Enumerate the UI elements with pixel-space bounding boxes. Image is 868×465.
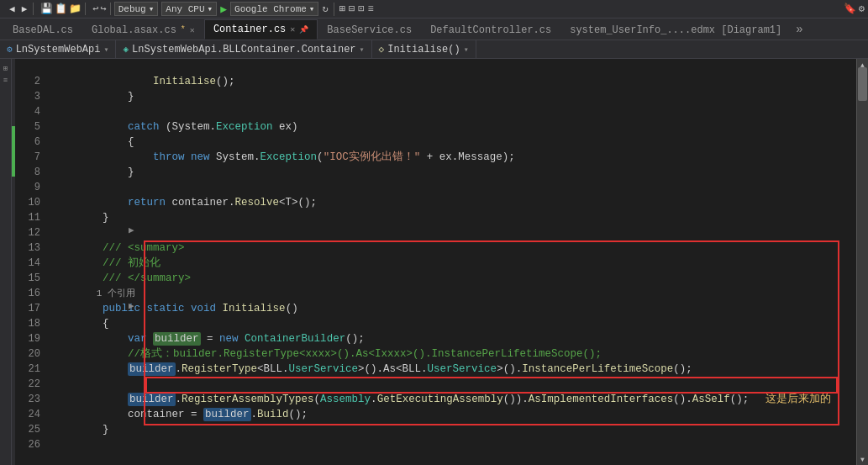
code-line-2: Initialise(); — [52, 74, 856, 89]
code-lines: ▶ ▶ Initialise(); } catch (System.Except… — [47, 59, 856, 465]
cpu-arrow: ▾ — [208, 3, 213, 14]
tab-baseservice[interactable]: BaseService.cs — [318, 19, 421, 40]
layout-icon4[interactable]: ≡ — [367, 3, 373, 15]
code-line-4 — [52, 104, 856, 119]
nav-method-arrow: ▾ — [464, 45, 469, 55]
expand-arrow2[interactable]: ▶ — [129, 223, 134, 238]
method-icon: ◇ — [379, 44, 385, 55]
code-area[interactable]: 2 3 4 5 6 7 8 9 10 11 12 13 14 15 16 17 … — [15, 59, 856, 465]
nav-project-label: LnSystemWebApi — [16, 44, 101, 55]
layout-icon1[interactable]: ⊞ — [339, 3, 345, 15]
chrome-label: Google Chrome — [234, 4, 307, 14]
tab-container-close[interactable]: ✕ — [290, 24, 295, 34]
code-line-7: throw new System.Exception("IOC实例化出错！" +… — [52, 150, 856, 165]
debug-label: Debug — [118, 4, 146, 14]
main-area: ⊞ ≡ 2 3 4 5 6 7 8 9 10 11 12 13 14 — [0, 59, 868, 465]
tab-defaultcontroller[interactable]: DefaultController.cs — [421, 19, 560, 40]
code-line-9 — [52, 180, 856, 195]
code-line-21: builder.RegisterType<BLL.UserService>().… — [52, 362, 856, 377]
tab-container[interactable]: Container.cs ✕ 📌 — [204, 19, 318, 40]
code-line-13: /// <summary> — [52, 240, 856, 256]
toolbar-nav-group: ◀ ▶ — [3, 3, 34, 15]
toolbar: ◀ ▶ 💾 📋 📁 ↩ ↪ Debug ▾ Any CPU ▾ ▶ Google… — [0, 0, 868, 18]
settings-icon[interactable]: ⚙ — [859, 3, 865, 15]
toolbar-undo-group: ↩ ↪ — [89, 3, 110, 15]
scrollbar-thumb[interactable] — [858, 67, 867, 101]
code-line-8: } — [52, 165, 856, 180]
code-line-16: 1 个引用 — [52, 286, 856, 301]
toolbar-right: 🔖 ⚙ — [844, 3, 865, 15]
code-line-12 — [52, 225, 856, 240]
tab-overflow[interactable]: » — [791, 23, 808, 36]
code-line-1 — [52, 59, 856, 74]
play-button[interactable]: ▶ — [220, 3, 227, 16]
tab-global-label: Global.asax.cs — [92, 24, 176, 36]
back-button[interactable]: ◀ — [7, 3, 18, 15]
chrome-dropdown[interactable]: Google Chrome ▾ — [230, 2, 318, 16]
expand-arrow1[interactable]: ▶ — [129, 299, 134, 314]
undo-icon[interactable]: ↩ — [92, 3, 98, 15]
code-line-23: builder.RegisterAssemblyTypes(Assembly.G… — [52, 392, 856, 407]
project-icon: ⚙ — [7, 44, 13, 55]
refresh-icon[interactable]: ↻ — [322, 3, 328, 15]
tab-edmx[interactable]: system_UserInfo_....edmx [Diagram1] — [560, 19, 791, 40]
tab-global-modified: * — [181, 25, 186, 34]
code-line-15: /// </summary> — [52, 271, 856, 286]
redo-icon[interactable]: ↪ — [100, 3, 106, 15]
bookmark-icon[interactable]: 🔖 — [844, 3, 856, 15]
forward-button[interactable]: ▶ — [19, 3, 30, 15]
left-strip: ⊞ ≡ — [0, 59, 12, 465]
nav-project[interactable]: ⚙ LnSystemWebApi ▾ — [0, 40, 116, 58]
code-line-24: container = builder.Build(); — [52, 407, 856, 422]
sep1 — [334, 3, 334, 16]
nav-namespace-label: LnSystemWebApi.BLLContainer.Container — [132, 44, 355, 55]
code-line-3: } — [52, 89, 856, 104]
tab-global[interactable]: Global.asax.cs * ✕ — [82, 19, 204, 40]
tab-defaultcontroller-label: DefaultController.cs — [430, 24, 551, 36]
code-line-5: catch (System.Exception ex) — [52, 119, 856, 135]
code-container: 2 3 4 5 6 7 8 9 10 11 12 13 14 15 16 17 … — [15, 59, 856, 465]
nav-project-arrow: ▾ — [103, 45, 108, 55]
code-line-11: } — [52, 210, 856, 225]
left-strip-icon1[interactable]: ⊞ — [3, 64, 8, 73]
left-strip-icon2[interactable]: ≡ — [3, 77, 8, 85]
file-icon[interactable]: 📋 — [55, 3, 67, 15]
code-line-18: { — [52, 316, 856, 331]
nav-namespace-arrow: ▾ — [360, 45, 365, 55]
nav-namespace[interactable]: ◈ LnSystemWebApi.BLLContainer.Container … — [116, 40, 371, 58]
save-icon[interactable]: 💾 — [40, 3, 53, 15]
tab-basedal[interactable]: BaseDAL.cs — [3, 19, 82, 40]
code-line-25: } — [52, 422, 856, 437]
tab-baseservice-label: BaseService.cs — [327, 24, 412, 36]
nav-method[interactable]: ◇ Initialise() ▾ — [372, 40, 476, 58]
scrollbar-down[interactable]: ▼ — [857, 453, 868, 465]
code-line-26 — [52, 437, 856, 452]
nav-bar: ⚙ LnSystemWebApi ▾ ◈ LnSystemWebApi.BLLC… — [0, 40, 868, 59]
folder-icon[interactable]: 📁 — [69, 3, 82, 15]
code-line-6: { — [52, 135, 856, 150]
tab-basedal-label: BaseDAL.cs — [13, 24, 73, 36]
nav-method-label: Initialise() — [387, 44, 460, 55]
toolbar-file-group: 💾 📋 📁 — [37, 3, 86, 15]
code-line-17: public static void Initialise() — [52, 301, 856, 316]
chrome-arrow: ▾ — [309, 3, 315, 14]
layout-icon2[interactable]: ⊟ — [349, 3, 355, 15]
cpu-label: Any CPU — [166, 4, 204, 14]
line-numbers: 2 3 4 5 6 7 8 9 10 11 12 13 14 15 16 17 … — [15, 59, 47, 465]
namespace-icon: ◈ — [123, 44, 129, 55]
code-line-20: //格式：builder.RegisterType<xxxx>().As<Ixx… — [52, 346, 856, 362]
code-line-22 — [52, 377, 856, 392]
tab-edmx-label: system_UserInfo_....edmx [Diagram1] — [570, 24, 781, 36]
right-scrollbar[interactable]: ▲ ▼ — [856, 59, 868, 465]
layout-icon3[interactable]: ⊡ — [358, 3, 364, 15]
tab-global-close[interactable]: ✕ — [190, 25, 195, 35]
code-line-14: /// 初始化 — [52, 256, 856, 271]
cpu-dropdown[interactable]: Any CPU ▾ — [161, 2, 217, 16]
tab-container-label: Container.cs — [213, 24, 286, 35]
debug-dropdown[interactable]: Debug ▾ — [114, 2, 159, 16]
code-line-10: return container.Resolve<T>(); — [52, 195, 856, 210]
code-line-19: var builder = new ContainerBuilder(); — [52, 331, 856, 346]
tabs-bar: BaseDAL.cs Global.asax.cs * ✕ Container.… — [0, 18, 868, 40]
debug-arrow: ▾ — [149, 3, 155, 14]
tab-container-pin[interactable]: 📌 — [299, 25, 308, 34]
